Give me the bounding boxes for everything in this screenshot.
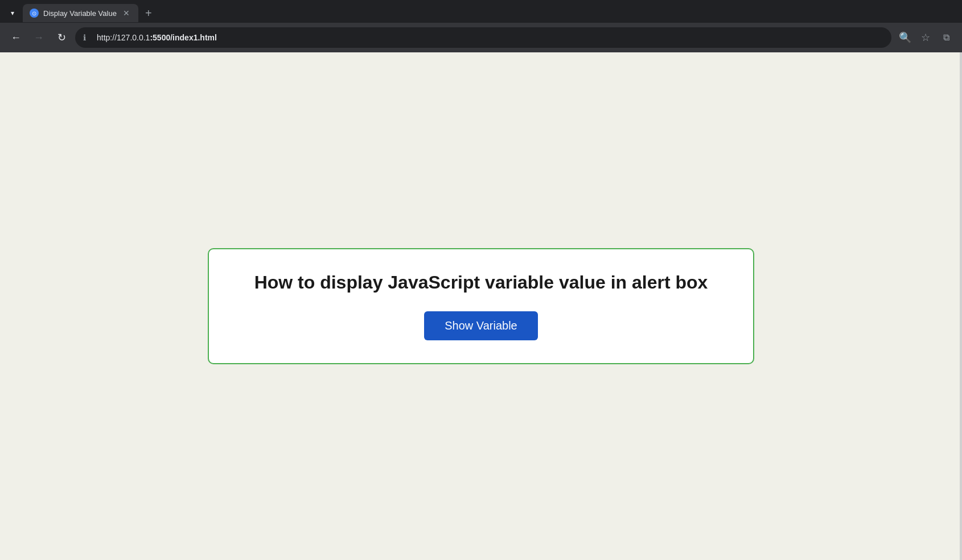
search-button[interactable]: 🔍 <box>896 28 914 47</box>
main-card: How to display JavaScript variable value… <box>208 248 754 364</box>
back-icon: ← <box>11 32 21 44</box>
url-text: http://127.0.0.1:5500/index1.html <box>97 33 883 42</box>
forward-button[interactable]: → <box>30 28 48 47</box>
page-content: How to display JavaScript variable value… <box>0 52 962 560</box>
refresh-button[interactable]: ↻ <box>52 28 71 47</box>
bookmark-button[interactable]: ☆ <box>916 28 935 47</box>
address-bar: ← → ↻ ℹ http://127.0.0.1:5500/index1.htm… <box>0 23 962 52</box>
new-tab-button[interactable]: + <box>141 5 157 21</box>
bookmark-icon: ☆ <box>921 31 930 44</box>
back-button[interactable]: ← <box>7 28 25 47</box>
extensions-button[interactable]: ⧉ <box>937 28 955 47</box>
show-variable-button[interactable]: Show Variable <box>424 311 537 340</box>
chevron-down-icon: ▾ <box>11 9 14 17</box>
refresh-icon: ↻ <box>57 31 66 44</box>
url-bar[interactable]: ℹ http://127.0.0.1:5500/index1.html <box>75 27 891 48</box>
tab-bar: ▾ ⊙ Display Variable Value ✕ + <box>0 0 962 23</box>
tab-title: Display Variable Value <box>43 9 117 18</box>
tab-close-button[interactable]: ✕ <box>121 8 131 18</box>
card-heading: How to display JavaScript variable value… <box>254 272 708 293</box>
toolbar-icons: 🔍 ☆ ⧉ <box>896 28 955 47</box>
tab-dropdown-button[interactable]: ▾ <box>5 5 20 21</box>
url-display: http://127.0.0.1:5500/index1.html <box>97 33 217 42</box>
scrollbar-track[interactable] <box>960 52 962 560</box>
extensions-icon: ⧉ <box>943 32 949 43</box>
info-icon: ℹ <box>83 33 92 42</box>
search-icon: 🔍 <box>899 31 911 44</box>
browser-chrome: ▾ ⊙ Display Variable Value ✕ + ← → ↻ ℹ h… <box>0 0 962 52</box>
forward-icon: → <box>34 32 44 44</box>
active-tab[interactable]: ⊙ Display Variable Value ✕ <box>23 4 138 22</box>
tab-favicon-icon: ⊙ <box>30 9 39 18</box>
